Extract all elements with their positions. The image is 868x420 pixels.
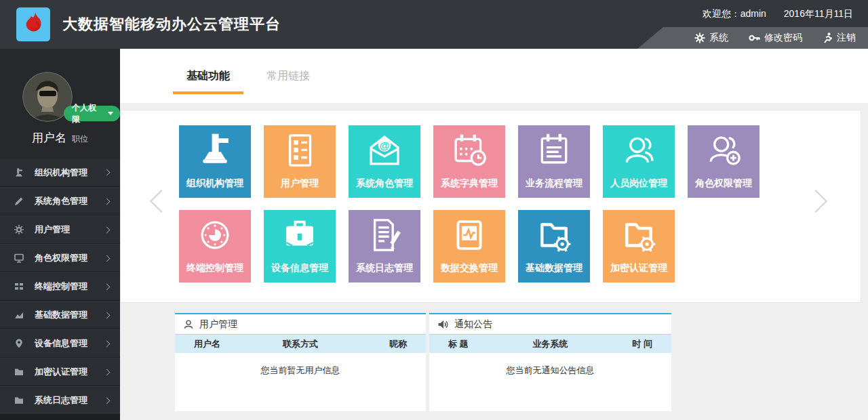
tile-system-dictionary[interactable]: 系统字典管理 (433, 125, 505, 198)
speaker-icon (437, 319, 449, 330)
pencil-icon (14, 196, 24, 207)
sidebar-item-device-info[interactable]: 设备信息管理 (0, 329, 120, 358)
briefcase-icon (279, 214, 321, 256)
tile-label: 数据交换管理 (433, 262, 505, 274)
mail-at-icon: @ (363, 129, 406, 171)
key-icon (749, 33, 760, 43)
tab-label: 常用链接 (267, 69, 310, 83)
sidebar-item-label: 加密认证管理 (35, 366, 87, 378)
col-time: 时 间 (585, 338, 671, 350)
tile-org-management[interactable]: 组织机构管理 (179, 125, 251, 198)
sidebar-item-role-permission[interactable]: 角色权限管理 (0, 244, 120, 272)
chevron-right-icon (104, 340, 111, 347)
personal-permission-badge[interactable]: 个人权限 (64, 106, 120, 121)
tile-label: 组织机构管理 (179, 177, 251, 190)
tile-system-log[interactable]: 系统日志管理 (349, 210, 420, 282)
folder-icon (14, 366, 24, 377)
sidebar-item-label: 角色权限管理 (35, 252, 87, 264)
sidebar-item-label: 系统角色管理 (35, 195, 87, 207)
sidebar-item-label: 用户管理 (35, 224, 70, 236)
sidebar-footer-strip (0, 415, 120, 420)
grid-icon (14, 281, 24, 292)
user-table-header: 用户名 联系方式 昵称 (175, 335, 426, 353)
calendar-clock-icon (448, 129, 490, 171)
logout-label: 注销 (837, 32, 856, 44)
current-date: 2016年11月11日 (784, 8, 853, 20)
clipboard-icon (533, 129, 575, 171)
user-icon (183, 319, 194, 330)
tile-label: 设备信息管理 (264, 262, 336, 274)
sidebar-item-user-management[interactable]: 用户管理 (0, 215, 120, 244)
gavel-icon (14, 167, 24, 178)
change-password-button[interactable]: 修改密码 (749, 32, 802, 44)
tile-user-management[interactable]: 用户管理 (264, 125, 336, 198)
col-username: 用户名 (175, 338, 265, 350)
chevron-right-icon (104, 312, 111, 318)
gavel-icon (194, 129, 236, 171)
col-nickname: 昵称 (336, 338, 426, 350)
logout-button[interactable]: 注销 (823, 32, 856, 44)
active-tab-underline (173, 91, 243, 94)
user-panel-title: 用户管理 (199, 318, 237, 331)
tile-label: 系统角色管理 (349, 177, 420, 190)
sidebar-item-encryption-auth[interactable]: 加密认证管理 (0, 358, 120, 386)
tile-label: 人员岗位管理 (603, 177, 675, 190)
tile-system-role[interactable]: @ 系统角色管理 (349, 125, 420, 198)
svg-text:@: @ (379, 140, 389, 151)
sidebar-item-label: 系统日志管理 (35, 394, 87, 406)
people-plus-icon (703, 129, 745, 171)
tile-data-exchange[interactable]: 数据交换管理 (433, 210, 505, 282)
notice-empty-state: 您当前无通知公告信息 (429, 353, 671, 377)
change-password-label: 修改密码 (764, 32, 802, 44)
sidebar-item-terminal-control[interactable]: 终端控制管理 (0, 272, 120, 301)
username-text: 用户名 (32, 130, 66, 146)
sidebar-item-label: 终端控制管理 (35, 280, 87, 293)
tile-label: 终端控制管理 (179, 262, 251, 274)
chevron-left-icon (150, 190, 173, 213)
app-logo (16, 7, 50, 41)
chevron-right-icon (104, 283, 111, 290)
sidebar-item-system-role[interactable]: 系统角色管理 (0, 187, 120, 215)
notice-panel-title-bar: 通知公告 (429, 314, 671, 335)
gear-icon (694, 33, 705, 43)
sidebar-item-org-management[interactable]: 组织机构管理 (0, 159, 120, 187)
chevron-right-icon (104, 397, 111, 404)
col-contact: 联系方式 (265, 338, 336, 350)
notice-panel: 通知公告 标 题 业务系统 时 间 您当前无通知公告信息 (429, 313, 671, 411)
chevron-right-icon (104, 198, 111, 205)
user-empty-state: 您当前暂无用户信息 (175, 353, 426, 377)
chevron-right-icon (104, 255, 111, 261)
sidebar-menu: 组织机构管理 系统角色管理 用户管理 角色权限管理 (0, 159, 120, 415)
gauge-icon (194, 214, 236, 256)
profile-name-row: 用户名 职位 (0, 130, 120, 146)
carousel-next-button[interactable] (802, 190, 825, 213)
tile-encryption-auth[interactable]: 加密认证管理 (603, 210, 675, 282)
tile-business-process[interactable]: 业务流程管理 (518, 125, 590, 198)
tab-label: 基础功能 (186, 69, 230, 83)
tile-label: 角色权限管理 (688, 177, 760, 190)
doc-pen-icon (363, 214, 406, 256)
tab-basic-functions[interactable]: 基础功能 (173, 49, 243, 103)
sidebar-item-base-data[interactable]: 基础数据管理 (0, 301, 120, 329)
col-business-system: 业务系统 (516, 338, 584, 350)
tile-label: 用户管理 (264, 177, 336, 190)
tab-common-links[interactable]: 常用链接 (253, 49, 323, 103)
header-actions-bar: 系统 修改密码 注销 (637, 27, 868, 49)
user-management-panel: 用户管理 用户名 联系方式 昵称 您当前暂无用户信息 (175, 313, 426, 411)
tile-role-permission[interactable]: 角色权限管理 (688, 125, 760, 198)
top-header: 大数据智能移动办公云管理平台 欢迎您：admin 2016年11月11日 系统 … (0, 0, 868, 49)
welcome-text: 欢迎您：admin (703, 8, 766, 20)
carousel-prev-button[interactable] (148, 190, 171, 213)
system-button[interactable]: 系统 (694, 32, 728, 44)
tile-terminal-control[interactable]: 终端控制管理 (179, 210, 251, 282)
tile-device-info[interactable]: 设备信息管理 (264, 210, 336, 282)
tile-label: 系统日志管理 (349, 262, 420, 274)
tile-personnel-position[interactable]: 人员岗位管理 (603, 125, 675, 198)
chart-icon (14, 310, 24, 320)
checklist-icon (279, 129, 321, 171)
tile-label: 业务流程管理 (518, 177, 590, 190)
tile-base-data[interactable]: 基础数据管理 (518, 210, 590, 282)
folder-gear-icon (533, 214, 575, 256)
sidebar-item-system-log[interactable]: 系统日志管理 (0, 386, 120, 415)
folder-gear-icon (618, 214, 660, 256)
